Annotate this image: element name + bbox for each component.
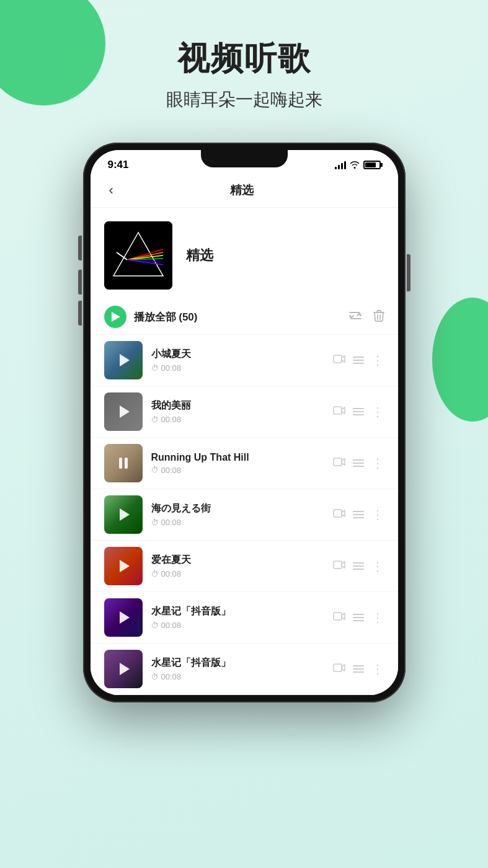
more-icon[interactable]: ⋮ xyxy=(371,404,384,419)
play-icon xyxy=(112,312,120,322)
song-info: 水星记「抖音版」 ⏱ 00:08 xyxy=(151,605,324,630)
play-icon xyxy=(120,354,130,366)
page-title: 视频听歌 xyxy=(0,37,488,81)
song-actions: ⋮ xyxy=(333,610,384,625)
song-info: 小城夏天 ⏱ 00:08 xyxy=(151,348,324,373)
song-actions: ⋮ xyxy=(333,404,384,419)
song-title: 海の見える街 xyxy=(151,502,324,515)
svg-rect-15 xyxy=(334,664,342,671)
play-all-actions xyxy=(348,309,384,325)
playlist-cover xyxy=(104,221,172,290)
song-title: 水星记「抖音版」 xyxy=(151,657,324,670)
song-item[interactable]: 海の見える街 ⏱ 00:08 ⋮ xyxy=(91,489,398,541)
song-info: 水星记「抖音版」 ⏱ 00:08 xyxy=(151,657,324,681)
more-icon[interactable]: ⋮ xyxy=(371,559,384,574)
wifi-icon xyxy=(350,160,360,170)
menu-icon[interactable] xyxy=(353,356,364,364)
song-info: Running Up That Hill ⏱ 00:08 xyxy=(151,452,324,475)
play-icon xyxy=(120,611,130,624)
svg-rect-11 xyxy=(334,458,342,466)
menu-icon[interactable] xyxy=(353,614,364,621)
song-info: 我的美丽 ⏱ 00:08 xyxy=(151,399,324,424)
video-icon[interactable] xyxy=(333,405,345,418)
menu-icon[interactable] xyxy=(353,408,364,415)
video-icon[interactable] xyxy=(333,457,345,470)
menu-icon[interactable] xyxy=(353,511,364,518)
song-duration: ⏱ 00:08 xyxy=(151,466,324,475)
phone-screen: 9:41 xyxy=(91,150,398,695)
song-duration: ⏱ 00:08 xyxy=(151,672,324,681)
clock-icon: ⏱ xyxy=(151,518,159,527)
play-icon xyxy=(120,405,130,418)
song-actions: ⋮ xyxy=(333,353,384,368)
play-icon xyxy=(120,663,130,675)
signal-icon xyxy=(335,161,346,169)
song-item[interactable]: 爱在夏天 ⏱ 00:08 ⋮ xyxy=(91,541,398,592)
song-duration: ⏱ 00:08 xyxy=(151,363,324,373)
song-duration: ⏱ 00:08 xyxy=(151,569,324,578)
play-icon xyxy=(120,508,130,521)
song-item[interactable]: Running Up That Hill ⏱ 00:08 ⋮ xyxy=(91,438,398,489)
song-thumbnail xyxy=(104,341,143,379)
play-all-button[interactable] xyxy=(104,306,126,328)
song-duration: ⏱ 00:08 xyxy=(151,415,324,424)
more-icon[interactable]: ⋮ xyxy=(371,456,384,471)
svg-rect-10 xyxy=(334,407,342,414)
song-actions: ⋮ xyxy=(333,507,384,522)
trash-icon[interactable] xyxy=(373,309,384,325)
playlist-name: 精选 xyxy=(186,246,213,265)
svg-rect-9 xyxy=(334,355,342,363)
song-title: 我的美丽 xyxy=(151,399,324,412)
song-thumbnail xyxy=(104,650,143,688)
repeat-icon[interactable] xyxy=(348,310,362,324)
song-item[interactable]: 小城夏天 ⏱ 00:08 ⋮ xyxy=(91,335,398,386)
more-icon[interactable]: ⋮ xyxy=(371,662,384,676)
song-info: 海の見える街 ⏱ 00:08 xyxy=(151,502,324,527)
back-button[interactable]: ‹ xyxy=(104,180,118,201)
song-thumbnail xyxy=(104,444,143,482)
song-thumbnail xyxy=(104,547,143,585)
song-thumbnail xyxy=(104,598,143,637)
battery-icon xyxy=(363,161,381,169)
status-icons xyxy=(335,160,381,170)
song-thumbnail xyxy=(104,392,143,431)
video-icon[interactable] xyxy=(333,354,345,367)
bg-decoration-circle-right xyxy=(432,298,488,422)
more-icon[interactable]: ⋮ xyxy=(371,507,384,522)
clock-icon: ⏱ xyxy=(151,621,159,630)
nav-title: 精选 xyxy=(118,182,366,198)
menu-icon[interactable] xyxy=(353,665,364,673)
phone-frame: 9:41 xyxy=(83,143,406,702)
clock-icon: ⏱ xyxy=(151,466,159,474)
more-icon[interactable]: ⋮ xyxy=(371,353,384,368)
song-list: 小城夏天 ⏱ 00:08 ⋮ xyxy=(91,335,398,695)
clock-icon: ⏱ xyxy=(151,415,159,424)
song-actions: ⋮ xyxy=(333,662,384,676)
song-title: 小城夏天 xyxy=(151,348,324,361)
song-item[interactable]: 水星记「抖音版」 ⏱ 00:08 ⋮ xyxy=(91,592,398,644)
song-info: 爱在夏天 ⏱ 00:08 xyxy=(151,554,324,578)
video-icon[interactable] xyxy=(333,663,345,676)
clock-icon: ⏱ xyxy=(151,364,159,373)
play-all-row[interactable]: 播放全部 (50) xyxy=(91,299,398,335)
song-item[interactable]: 水星记「抖音版」 ⏱ 00:08 ⋮ xyxy=(91,644,398,695)
song-item[interactable]: 我的美丽 ⏱ 00:08 ⋮ xyxy=(91,386,398,438)
page-subtitle: 眼睛耳朵一起嗨起来 xyxy=(0,88,488,112)
nav-bar: ‹ 精选 xyxy=(91,175,398,208)
song-duration: ⏱ 00:08 xyxy=(151,518,324,527)
song-actions: ⋮ xyxy=(333,559,384,574)
video-icon[interactable] xyxy=(333,611,345,624)
song-title: Running Up That Hill xyxy=(151,452,324,463)
menu-icon[interactable] xyxy=(353,562,364,570)
svg-rect-14 xyxy=(334,613,342,620)
phone-notch xyxy=(201,150,288,167)
song-title: 爱在夏天 xyxy=(151,554,324,567)
play-all-label: 播放全部 (50) xyxy=(134,310,198,324)
video-icon[interactable] xyxy=(333,560,345,573)
svg-rect-12 xyxy=(334,510,342,517)
clock-icon: ⏱ xyxy=(151,673,159,681)
play-icon xyxy=(120,560,130,572)
menu-icon[interactable] xyxy=(353,459,364,467)
more-icon[interactable]: ⋮ xyxy=(371,610,384,625)
video-icon[interactable] xyxy=(333,508,345,521)
